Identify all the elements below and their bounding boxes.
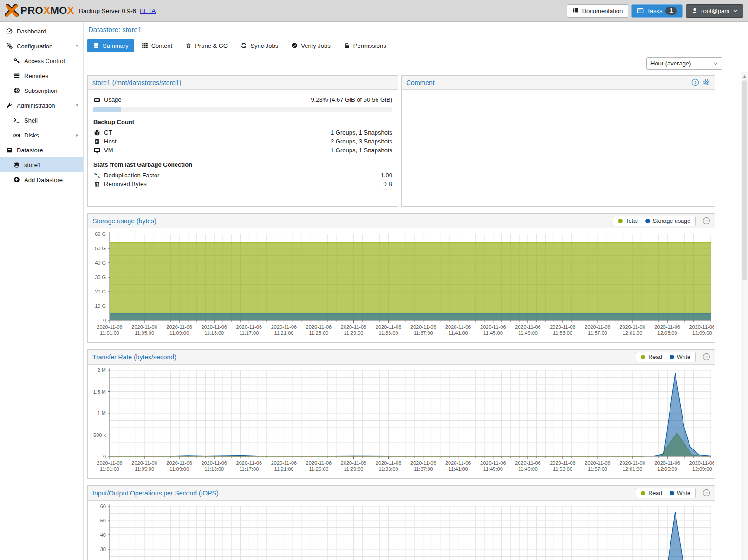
tab-sync-jobs[interactable]: Sync Jobs xyxy=(235,39,284,52)
tasks-button[interactable]: Tasks 1 xyxy=(631,4,683,18)
list-icon xyxy=(13,72,20,79)
svg-text:11:01:00: 11:01:00 xyxy=(100,466,119,472)
sidebar-item-disks[interactable]: Disks xyxy=(0,128,83,143)
svg-text:2020-11-06: 2020-11-06 xyxy=(480,324,506,330)
svg-text:30 G: 30 G xyxy=(95,274,106,280)
sidebar-item-label: Access Control xyxy=(24,58,65,65)
svg-text:0: 0 xyxy=(103,454,106,459)
svg-text:2020-11-06: 2020-11-06 xyxy=(585,324,610,330)
tab-permissions[interactable]: Permissions xyxy=(338,39,392,52)
legend-label: Read xyxy=(648,490,662,496)
documentation-icon xyxy=(572,7,579,14)
sidebar-item-label: Dashboard xyxy=(17,28,46,35)
svg-text:30: 30 xyxy=(100,547,106,552)
svg-text:2020-11-06: 2020-11-06 xyxy=(515,460,540,466)
svg-text:2020-11-06: 2020-11-06 xyxy=(201,460,227,466)
svg-text:2020-11-06: 2020-11-06 xyxy=(201,324,227,330)
collapse-panel-button[interactable] xyxy=(702,489,710,497)
sidebar-item-datastore[interactable]: Datastore xyxy=(0,143,83,157)
legend-dot xyxy=(641,355,645,359)
legend-label: Storage usage xyxy=(653,218,690,224)
datastore-info-panel: store1 (/mnt/datastores/store1) Usage 9.… xyxy=(87,75,398,207)
chart-title: Input/Output Operations per Second (IOPS… xyxy=(92,489,219,497)
sidebar-item-add-datastore[interactable]: Add Datastore xyxy=(0,172,83,187)
time-range-select[interactable]: Hour (average) xyxy=(646,57,722,70)
tab-summary[interactable]: Summary xyxy=(87,39,134,52)
sidebar-item-access-control[interactable]: Access Control xyxy=(0,53,83,68)
wrench-icon xyxy=(5,102,13,109)
comment-settings-button[interactable] xyxy=(702,78,710,86)
chart-legend: TotalStorage usage xyxy=(613,216,696,226)
scroll-up-arrow[interactable]: ▲ xyxy=(741,72,748,80)
svg-text:11:09:00: 11:09:00 xyxy=(169,466,189,472)
tab-label: Prune & GC xyxy=(195,42,228,49)
documentation-button[interactable]: Documentation xyxy=(567,4,628,18)
user-menu-button[interactable]: root@pam xyxy=(686,4,743,18)
legend-item-read[interactable]: Read xyxy=(641,354,662,360)
legend-dot xyxy=(670,491,674,495)
stat-row-vm: VM 1 Groups, 1 Snapshots xyxy=(93,146,392,155)
svg-text:2 M: 2 M xyxy=(98,367,106,373)
scrollbar-thumb[interactable] xyxy=(742,80,747,280)
tab-label: Content xyxy=(151,42,173,49)
usage-value: 9.23% (4.67 GiB of 50.56 GiB) xyxy=(311,96,392,103)
svg-text:11:53:00: 11:53:00 xyxy=(553,330,572,336)
unlock-icon xyxy=(344,42,350,49)
toolbar: Hour (average) xyxy=(84,54,748,72)
svg-text:12:01:00: 12:01:00 xyxy=(623,330,643,336)
svg-text:2020-11-06: 2020-11-06 xyxy=(271,460,297,466)
comment-expand-button[interactable] xyxy=(691,78,699,86)
svg-text:2020-11-06: 2020-11-06 xyxy=(550,324,575,330)
sidebar-item-configuration[interactable]: Configuration xyxy=(0,39,83,53)
legend-label: Write xyxy=(677,490,690,496)
tab-content[interactable]: Content xyxy=(136,39,178,52)
chart-legend: ReadWrite xyxy=(636,352,696,362)
chart-title: Storage usage (bytes) xyxy=(92,217,156,225)
svg-text:11:13:00: 11:13:00 xyxy=(204,330,224,336)
sidebar-item-shell[interactable]: Shell xyxy=(0,113,83,128)
usage-label: Usage xyxy=(104,96,122,103)
comment-panel: Comment xyxy=(401,75,715,207)
svg-text:2020-11-06: 2020-11-06 xyxy=(515,324,540,330)
vertical-scrollbar[interactable]: ▲ xyxy=(741,72,748,560)
chevron-down-icon xyxy=(733,8,738,13)
trash-icon xyxy=(185,42,192,49)
collapse-panel-button[interactable] xyxy=(702,353,710,361)
legend-item-read[interactable]: Read xyxy=(641,490,662,496)
sidebar-item-store1[interactable]: store1 xyxy=(0,157,83,172)
usage-progressbar xyxy=(93,107,392,112)
legend-item-write[interactable]: Write xyxy=(670,354,690,360)
grid-icon xyxy=(142,42,148,49)
svg-text:11:17:00: 11:17:00 xyxy=(239,466,259,472)
tab-label: Permissions xyxy=(353,42,386,49)
svg-text:11:33:00: 11:33:00 xyxy=(379,466,398,472)
caret-down-icon xyxy=(75,103,79,108)
svg-text:2020-11-06: 2020-11-06 xyxy=(410,324,436,330)
legend-dot xyxy=(670,355,674,359)
legend-item-total[interactable]: Total xyxy=(618,218,637,224)
sidebar-item-remotes[interactable]: Remotes xyxy=(0,68,83,83)
tab-label: Summary xyxy=(103,42,129,49)
sidebar-item-dashboard[interactable]: Dashboard xyxy=(0,24,83,39)
tab-verify-jobs[interactable]: Verify Jobs xyxy=(286,39,336,52)
tab-prune-gc[interactable]: Prune & GC xyxy=(180,39,233,52)
sidebar-item-label: Configuration xyxy=(17,43,52,50)
svg-text:12:01:00: 12:01:00 xyxy=(623,466,643,472)
svg-text:2020-11-06: 2020-11-06 xyxy=(654,324,680,330)
legend-dot xyxy=(618,219,623,223)
svg-text:40 G: 40 G xyxy=(95,260,106,266)
svg-text:1.5 M: 1.5 M xyxy=(93,389,106,395)
product-version: Backup Server 0.9-6 xyxy=(79,7,136,14)
svg-text:11:49:00: 11:49:00 xyxy=(518,330,538,336)
beta-link[interactable]: BETA xyxy=(140,7,156,14)
sidebar-item-label: Disks xyxy=(24,132,39,139)
legend-item-storage-usage[interactable]: Storage usage xyxy=(645,218,690,224)
trash-icon xyxy=(93,181,101,188)
collapse-panel-button[interactable] xyxy=(702,217,710,225)
sidebar-item-administration[interactable]: Administration xyxy=(0,98,83,113)
svg-text:11:41:00: 11:41:00 xyxy=(449,330,468,336)
cube-icon xyxy=(93,130,101,136)
usage-row: Usage 9.23% (4.67 GiB of 50.56 GiB) xyxy=(93,95,392,104)
sidebar-item-subscription[interactable]: Subscription xyxy=(0,83,83,98)
legend-item-write[interactable]: Write xyxy=(670,490,690,496)
